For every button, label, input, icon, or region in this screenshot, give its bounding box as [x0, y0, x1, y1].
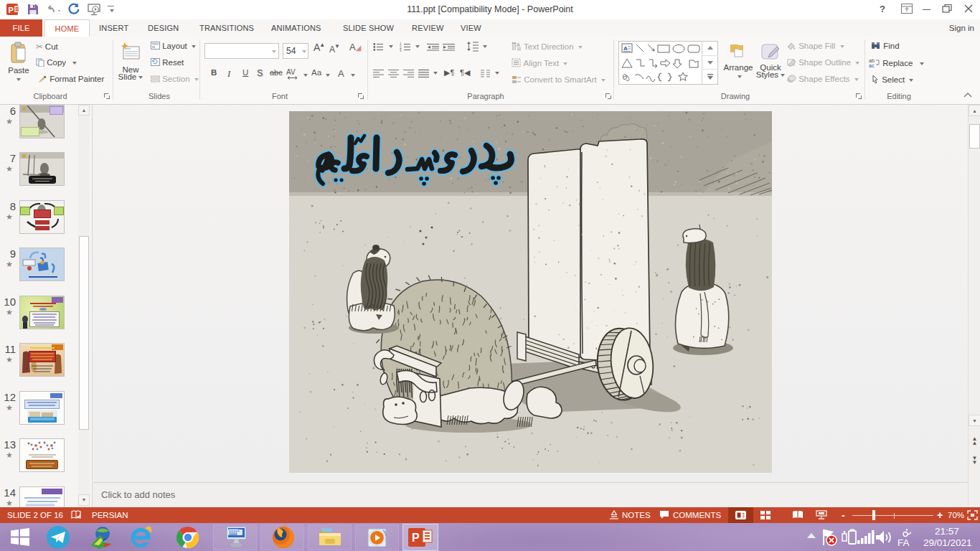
svg-text:A: A	[517, 42, 520, 47]
svg-text:AV: AV	[286, 68, 296, 76]
svg-text:ac: ac	[869, 63, 875, 67]
svg-text:ab: ab	[869, 58, 875, 63]
svg-text:P: P	[412, 532, 420, 544]
svg-text:3: 3	[400, 49, 402, 52]
svg-text:A: A	[623, 45, 628, 52]
